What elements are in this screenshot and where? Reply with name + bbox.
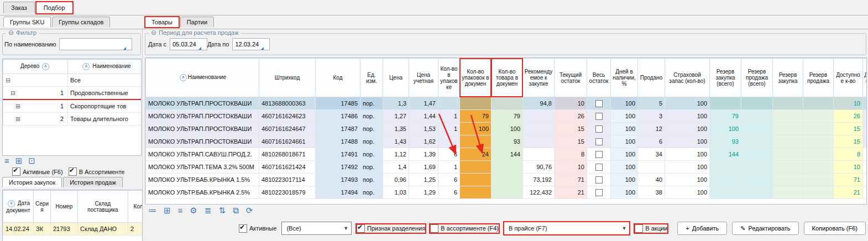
cell-safety-stock[interactable]: 100	[665, 174, 710, 186]
column-header-kolvo[interactable]: Кол-во	[128, 191, 143, 223]
cell-code[interactable]: 17487	[316, 123, 360, 135]
cell-pack-qty[interactable]: 6	[438, 186, 460, 199]
cell-name[interactable]: МОЛОКО УЛЬТРАП.ТЕМА 3.2% 500М	[146, 161, 259, 174]
cell-price-acc[interactable]: 1,53	[409, 123, 438, 135]
cell-price-acc[interactable]: 1,47	[409, 97, 438, 110]
cell-recommended[interactable]: 94,8	[523, 97, 555, 110]
cell-days-in-stock[interactable]: 100	[611, 148, 638, 161]
tab-tovary[interactable]: Товары	[145, 17, 179, 27]
cell-price-acc[interactable]: 1,62	[409, 135, 438, 148]
cell-sold[interactable]	[638, 161, 665, 174]
cell-goods-in-doc[interactable]: 144	[491, 148, 523, 161]
tree-cell-derevo[interactable]: ⊞1	[3, 99, 68, 113]
numbered-list-icon[interactable]: ≣	[205, 206, 212, 215]
column-header-nomer[interactable]: Номер	[51, 191, 78, 223]
cell-packs-in-doc[interactable]	[460, 97, 491, 110]
tree-expanded-icon[interactable]: ⊟	[11, 90, 15, 96]
cell-unit[interactable]: пор.	[360, 110, 383, 123]
cell-price[interactable]: 1,12	[383, 148, 409, 161]
cell-recommended[interactable]: 90,76	[523, 161, 555, 174]
tree-cell-derevo[interactable]: ⊞2	[3, 113, 68, 125]
cell-available-qty[interactable]: 8	[834, 148, 863, 161]
cell-reserve-sale-total[interactable]	[741, 186, 773, 199]
cell-code[interactable]: 17493	[316, 174, 360, 186]
export-icon[interactable]: ⧉	[233, 206, 239, 215]
cell-goods-in-doc[interactable]	[491, 97, 523, 110]
filter-icon[interactable]: ≡	[4, 156, 9, 165]
cell-unit[interactable]: пор.	[360, 123, 383, 135]
cell-safety-stock[interactable]: 100	[665, 161, 710, 174]
cell-days-in-stock[interactable]: 100	[611, 174, 638, 186]
cell-pack-qty[interactable]: 1	[438, 123, 460, 135]
cell-name[interactable]: МОЛОКО УЛЬТР.БАБ.КРЫНКА 2.5%	[146, 186, 259, 199]
cell-available-flag[interactable]	[863, 186, 867, 199]
cell-barcode[interactable]: 4607161621424	[259, 161, 316, 174]
column-header-name[interactable]: ∧Наименование	[146, 59, 259, 97]
column-header-unit[interactable]: Ед. изм.	[360, 59, 383, 97]
cell-goods-in-doc[interactable]: 79	[491, 110, 523, 123]
cell-safety-stock[interactable]: 100	[665, 110, 710, 123]
sort-up-icon[interactable]: ∧	[42, 63, 49, 70]
sort-up-icon[interactable]: ∧	[82, 63, 90, 70]
column-header-reserve-sale[interactable]: Резерв продажа	[803, 59, 834, 97]
cell-reserve-purchase[interactable]	[773, 123, 803, 135]
tab-podbor[interactable]: Подбор	[36, 2, 73, 13]
column-header-available-flag[interactable]: Доступное кол-во	[863, 59, 867, 97]
cell-price[interactable]: 1,43	[383, 135, 409, 148]
row-checkbox[interactable]	[595, 151, 603, 158]
column-header-seria[interactable]: Серия	[34, 191, 51, 223]
promo-checkbox[interactable]: В акции	[635, 224, 667, 233]
column-header-reserve-purchase-total[interactable]: Резерв закупка (всего)	[710, 59, 741, 97]
cell-reserve-purchase-total[interactable]: 144	[710, 148, 741, 161]
cell-packs-in-doc[interactable]	[460, 174, 491, 186]
cell-price[interactable]: 1,4	[383, 161, 409, 174]
cell-name[interactable]: МОЛОКО УЛЬТРАП.ПРОСТОКВАШИ	[146, 110, 259, 123]
cell-reserve-sale-total[interactable]	[741, 135, 773, 148]
cell-price[interactable]: 1,35	[383, 123, 409, 135]
cell-reserve-sale-total[interactable]	[741, 123, 773, 135]
cell-unit[interactable]: пор.	[360, 148, 383, 161]
cell-recommended[interactable]	[523, 148, 555, 161]
cell-reserve-purchase[interactable]	[773, 97, 803, 110]
cell-price[interactable]: 1,27	[383, 110, 409, 123]
column-header-pack-qty[interactable]: Кол-во в упаковке	[438, 59, 460, 97]
tree-row[interactable]: ⊟1Продовольственные	[3, 87, 142, 100]
column-header-barcode[interactable]: Штрихкод	[259, 59, 316, 97]
active-filter-checkbox[interactable]: Активные	[239, 224, 276, 233]
cell-all-stock[interactable]	[587, 148, 611, 161]
cell-price-acc[interactable]: 1,25	[409, 174, 438, 186]
cell-unit[interactable]: пор.	[360, 97, 383, 110]
cell-recommended[interactable]	[523, 135, 555, 148]
cell-reserve-sale-total[interactable]	[741, 148, 773, 161]
column-header-price-acc[interactable]: Цена учетная	[409, 59, 438, 97]
history-cell-warehouse[interactable]: Склад ДАНО	[78, 223, 128, 235]
cell-reserve-sale[interactable]	[803, 148, 834, 161]
cell-current-stock[interactable]: 15	[555, 123, 587, 135]
date-from-input[interactable]	[170, 38, 207, 50]
cell-packs-in-doc[interactable]	[460, 135, 491, 148]
cell-available-flag[interactable]	[863, 97, 867, 110]
table-row[interactable]: МОЛОКО УЛЬТРАП.САВУШ.ПРОД.2.481026801867…	[146, 148, 867, 161]
cell-barcode[interactable]: 4607161624623	[259, 110, 316, 123]
list-view-icon[interactable]: ≔	[148, 206, 156, 215]
cell-reserve-purchase[interactable]	[773, 148, 803, 161]
cell-packs-in-doc[interactable]: 24	[460, 148, 491, 161]
cell-current-stock[interactable]: 10	[555, 161, 587, 174]
cell-reserve-sale-total[interactable]	[741, 174, 773, 186]
cell-goods-in-doc[interactable]	[491, 161, 523, 174]
edit-button[interactable]: ✎ Редактировать	[732, 222, 798, 235]
cell-goods-in-doc[interactable]: 100	[491, 123, 523, 135]
table-row[interactable]: МОЛОКО УЛЬТРАП.ТЕМА 3.2% 500М46071616214…	[146, 161, 867, 174]
tab-istoria-prodazh[interactable]: История продаж	[63, 177, 123, 187]
cell-reserve-purchase-total[interactable]: 93	[710, 135, 741, 148]
row-checkbox[interactable]	[595, 113, 603, 120]
filter-icon[interactable]: ≡	[178, 206, 183, 215]
add-child-group-icon[interactable]: ⊡	[28, 156, 35, 165]
history-cell-series[interactable]: ЗК	[34, 223, 51, 235]
cell-pack-qty[interactable]: 6	[438, 174, 460, 186]
cell-name[interactable]: МОЛОКО УЛЬТРАП.ПРОСТОКВАШИ	[146, 123, 259, 135]
cell-reserve-purchase[interactable]	[773, 186, 803, 199]
column-header-sklad[interactable]: Склад поставщика	[78, 191, 128, 223]
cell-days-in-stock[interactable]: 100	[611, 110, 638, 123]
copy-button[interactable]: Копировать (F6)	[804, 222, 866, 235]
